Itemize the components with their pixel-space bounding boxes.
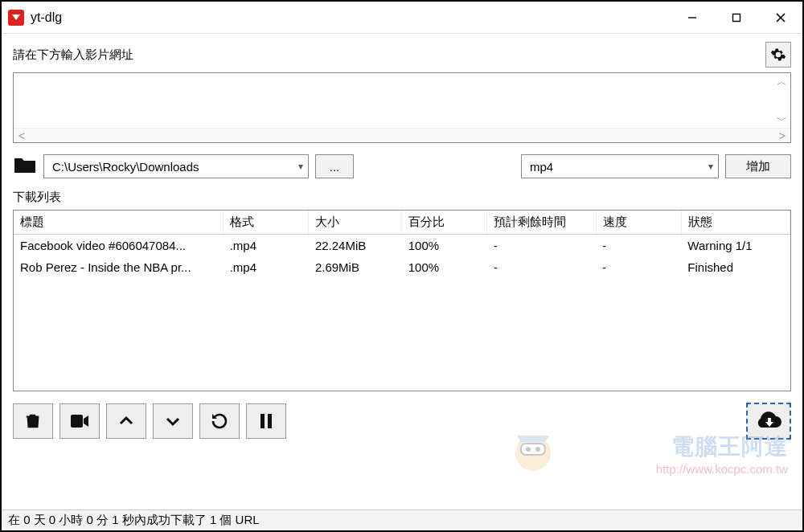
- download-button[interactable]: [746, 403, 791, 440]
- reload-button[interactable]: [199, 403, 240, 439]
- delete-button[interactable]: [13, 403, 53, 439]
- table-row[interactable]: Facebook video #606047084....mp422.24MiB…: [14, 235, 790, 257]
- bottom-toolbar: [13, 403, 791, 440]
- maximize-button[interactable]: [714, 2, 758, 33]
- chevron-down-icon: ▾: [708, 161, 713, 172]
- cell-percent: 100%: [402, 235, 487, 257]
- chevron-up-icon: [118, 413, 134, 429]
- pause-button[interactable]: [246, 403, 286, 439]
- col-eta[interactable]: 預計剩餘時間: [487, 211, 596, 235]
- col-title[interactable]: 標題: [14, 211, 224, 235]
- url-input-label: 請在下方輸入影片網址: [13, 47, 133, 63]
- svg-rect-4: [71, 415, 83, 428]
- table-header-row: 標題 格式 大小 百分比 預計剩餘時間 速度 狀態: [14, 211, 790, 235]
- cell-format: .mp4: [224, 256, 309, 278]
- move-down-button[interactable]: [153, 403, 193, 439]
- chevron-down-icon: [165, 413, 181, 429]
- status-text: 在 0 天 0 小時 0 分 1 秒內成功下載了 1 個 URL: [8, 513, 260, 528]
- video-icon: [70, 413, 89, 429]
- content-area: 請在下方輸入影片網址 ︿ ﹀ < > C:\Users\Rocky\Downlo…: [2, 34, 802, 509]
- cell-size: 2.69MiB: [309, 256, 402, 278]
- minimize-button[interactable]: [670, 2, 714, 33]
- download-table: 標題 格式 大小 百分比 預計剩餘時間 速度 狀態 Facebook video…: [13, 210, 791, 391]
- status-bar: 在 0 天 0 小時 0 分 1 秒內成功下載了 1 個 URL: [2, 509, 802, 530]
- format-combo[interactable]: mp4 ▾: [521, 154, 719, 178]
- svg-rect-7: [268, 414, 272, 428]
- gear-icon: [770, 47, 786, 63]
- app-icon: [8, 10, 24, 26]
- titlebar: yt-dlg: [2, 2, 802, 34]
- scroll-up-icon[interactable]: ︿: [777, 75, 787, 89]
- svg-rect-1: [732, 14, 740, 21]
- watermark-url: http://www.kocpc.com.tw: [656, 462, 788, 476]
- scroll-right-icon: >: [779, 129, 786, 142]
- chevron-down-icon: ▾: [298, 161, 303, 172]
- cell-size: 22.24MiB: [309, 235, 402, 257]
- cell-title: Rob Perez - Inside the NBA pr...: [14, 256, 224, 278]
- svg-point-10: [526, 447, 531, 452]
- url-input-box: ︿ ﹀ < >: [13, 72, 791, 143]
- cell-speed: -: [596, 235, 681, 257]
- col-speed[interactable]: 速度: [596, 211, 681, 235]
- cell-status: Finished: [681, 256, 790, 278]
- add-button[interactable]: 增加: [725, 154, 791, 178]
- download-list-label: 下載列表: [13, 190, 791, 205]
- cell-percent: 100%: [402, 256, 487, 278]
- svg-rect-9: [521, 444, 545, 455]
- cloud-download-icon: [754, 410, 783, 432]
- cell-speed: -: [596, 256, 681, 278]
- cell-status: Warning 1/1: [681, 235, 790, 257]
- scroll-down-icon[interactable]: ﹀: [777, 113, 787, 128]
- browse-label: ...: [330, 160, 340, 174]
- refresh-icon: [210, 411, 229, 431]
- cell-eta: -: [487, 235, 596, 257]
- svg-rect-6: [260, 414, 265, 428]
- cell-title: Facebook video #606047084...: [14, 235, 224, 257]
- trash-icon: [24, 412, 42, 430]
- col-status[interactable]: 狀態: [681, 211, 790, 235]
- cell-format: .mp4: [224, 235, 309, 257]
- scroll-left-icon: <: [18, 129, 25, 142]
- browse-button[interactable]: ...: [315, 154, 354, 178]
- window-title: yt-dlg: [31, 10, 62, 25]
- col-size[interactable]: 大小: [309, 211, 402, 235]
- play-button[interactable]: [59, 403, 100, 439]
- add-button-label: 增加: [746, 159, 770, 174]
- close-button[interactable]: [758, 2, 802, 33]
- download-path-combo[interactable]: C:\Users\Rocky\Downloads ▾: [43, 154, 309, 178]
- svg-point-11: [535, 447, 540, 452]
- cell-eta: -: [487, 256, 596, 278]
- hscrollbar[interactable]: < >: [14, 128, 790, 142]
- download-path-value: C:\Users\Rocky\Downloads: [52, 160, 293, 174]
- app-window: yt-dlg 請在下方輸入影片網址 ︿ ﹀ < >: [0, 0, 804, 532]
- svg-point-8: [515, 436, 551, 471]
- col-format[interactable]: 格式: [224, 211, 309, 235]
- col-percent[interactable]: 百分比: [402, 211, 487, 235]
- folder-icon: [13, 155, 37, 178]
- settings-button[interactable]: [765, 42, 791, 68]
- move-up-button[interactable]: [106, 403, 146, 439]
- format-value: mp4: [530, 160, 704, 174]
- pause-icon: [259, 413, 273, 429]
- url-input[interactable]: [14, 73, 790, 128]
- table-row[interactable]: Rob Perez - Inside the NBA pr....mp42.69…: [14, 256, 790, 278]
